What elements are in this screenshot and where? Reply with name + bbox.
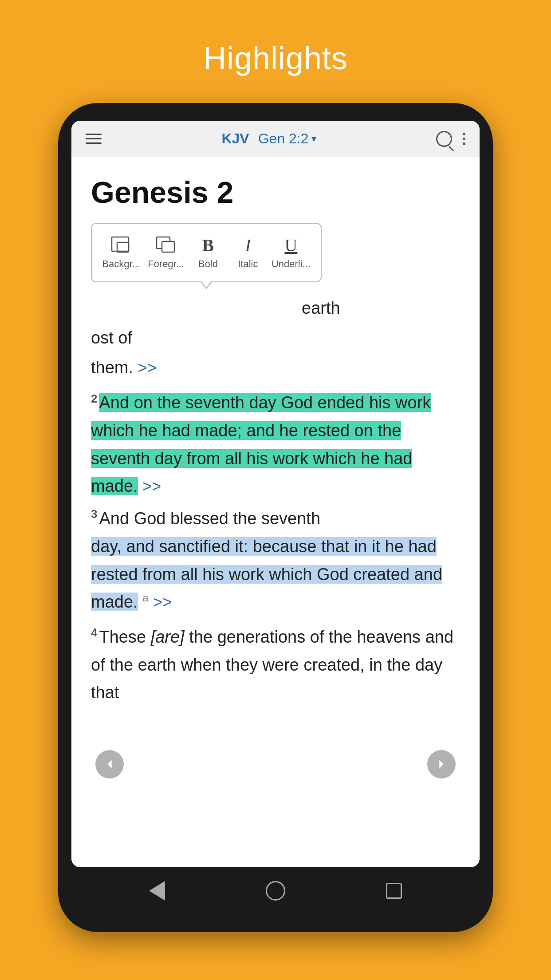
- verse-2-number: 2: [91, 392, 97, 405]
- partial-text-bottom: them. >>: [91, 354, 460, 381]
- verse-3-text-start: And God blessed the seventh: [99, 509, 320, 528]
- verse-2-link[interactable]: >>: [142, 477, 161, 495]
- svg-rect-0: [112, 237, 129, 251]
- bold-icon: B: [197, 235, 220, 255]
- verse-4-block: 4These [are] the generations of the heav…: [91, 623, 460, 707]
- phone-device: KJV Gen 2:2 ▾ Genesis 2: [58, 103, 493, 932]
- underline-label: Underli...: [272, 258, 311, 270]
- menu-button[interactable]: [86, 134, 102, 144]
- nav-bar: KJV Gen 2:2 ▾: [71, 121, 480, 157]
- foreground-format-button[interactable]: Foregr...: [146, 231, 186, 274]
- verse-3-number: 3: [91, 507, 97, 521]
- next-chapter-button[interactable]: [427, 750, 456, 778]
- foreground-label: Foregr...: [148, 258, 184, 270]
- nav-center: KJV Gen 2:2 ▾: [221, 130, 316, 147]
- underline-format-button[interactable]: U Underli...: [270, 231, 312, 274]
- page-title: Highlights: [203, 40, 348, 76]
- chevron-down-icon: ▾: [311, 133, 316, 145]
- background-label: Backgr...: [102, 258, 140, 270]
- nav-icons: [436, 131, 465, 147]
- verse-3-link[interactable]: >>: [153, 593, 172, 611]
- verse-4-italic: [are]: [151, 628, 185, 646]
- italic-format-button[interactable]: I Italic: [230, 231, 266, 274]
- partial-text-top: earth: [91, 295, 460, 322]
- background-icon: [110, 235, 133, 255]
- partial-text-middle: ost of: [91, 324, 460, 352]
- nav-arrows: [91, 750, 460, 778]
- verse-3-block: 3And God blessed the seventh day, and sa…: [91, 505, 460, 616]
- verse1-link[interactable]: >>: [138, 359, 157, 377]
- recents-button[interactable]: [383, 880, 405, 902]
- underline-icon: U: [279, 235, 303, 255]
- verse-4-number: 4: [91, 626, 97, 639]
- italic-label: Italic: [238, 258, 258, 270]
- foreground-icon: [154, 235, 177, 255]
- bold-label: Bold: [198, 258, 218, 270]
- verse-2-block: 2And on the seventh day God ended his wo…: [91, 389, 460, 500]
- more-options-icon[interactable]: [463, 133, 465, 145]
- back-button[interactable]: [146, 880, 168, 902]
- home-button[interactable]: [264, 880, 287, 902]
- phone-bottom-bar: [71, 867, 480, 914]
- svg-rect-1: [117, 242, 129, 252]
- verse-4-text-start: These: [99, 628, 150, 646]
- chapter-title: Genesis 2: [91, 175, 460, 209]
- verse-2-text: And on the seventh day God ended his wor…: [91, 393, 431, 495]
- svg-rect-3: [162, 241, 174, 252]
- bold-format-button[interactable]: B Bold: [190, 231, 226, 274]
- search-icon[interactable]: [436, 131, 452, 147]
- svg-marker-4: [107, 760, 111, 769]
- italic-icon: I: [236, 235, 260, 255]
- prev-chapter-button[interactable]: [95, 750, 124, 778]
- svg-marker-5: [439, 760, 443, 769]
- background-format-button[interactable]: Backgr...: [101, 231, 142, 274]
- chapter-selector[interactable]: Gen 2:2 ▾: [258, 130, 316, 147]
- bible-version[interactable]: KJV: [221, 130, 249, 147]
- verse-3-footnote: a: [142, 592, 148, 604]
- phone-screen: KJV Gen 2:2 ▾ Genesis 2: [71, 121, 480, 867]
- format-toolbar: Backgr... Foregr... B: [91, 223, 322, 282]
